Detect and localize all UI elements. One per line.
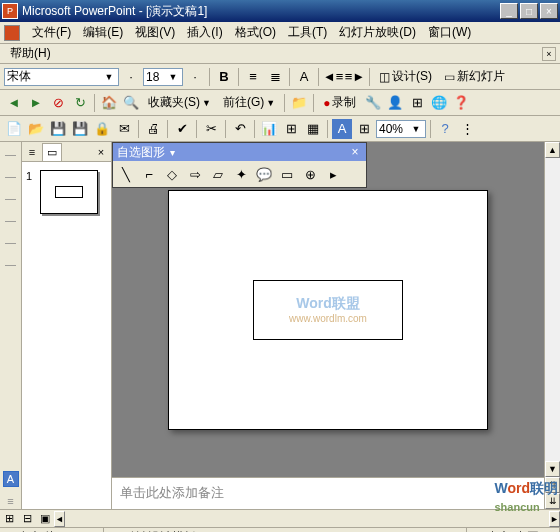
- stop-button[interactable]: ⊘: [48, 93, 68, 113]
- menu-window[interactable]: 窗口(W): [422, 22, 477, 43]
- font-size-down[interactable]: ·: [121, 67, 141, 87]
- folder-button[interactable]: 📁: [289, 93, 309, 113]
- forward-button[interactable]: ►: [26, 93, 46, 113]
- tool-button-5[interactable]: ❓: [451, 93, 471, 113]
- autoshapes-titlebar[interactable]: 自选图形 ▾ ×: [113, 143, 366, 161]
- vtool-3[interactable]: —: [3, 190, 19, 206]
- vtool-expand[interactable]: ≡: [3, 493, 19, 509]
- slideshow-view-button[interactable]: ▣: [36, 511, 54, 527]
- table-button[interactable]: ⊞: [281, 119, 301, 139]
- autoshapes-menu-button[interactable]: ▸: [322, 163, 344, 185]
- menu-edit[interactable]: 编辑(E): [77, 22, 129, 43]
- outline-tab[interactable]: ≡: [22, 143, 42, 161]
- app-menu-icon[interactable]: [4, 25, 20, 41]
- chart-button[interactable]: 📊: [259, 119, 279, 139]
- increase-font-button[interactable]: A: [294, 67, 314, 87]
- menu-slideshow[interactable]: 幻灯片放映(D): [333, 22, 422, 43]
- font-combo[interactable]: 宋体 ▼: [4, 68, 119, 86]
- rectangle-shape[interactable]: Word联盟 www.wordlm.com: [253, 280, 403, 340]
- new-slide-button[interactable]: ▭ 新幻灯片: [439, 65, 510, 88]
- menu-format[interactable]: 格式(O): [229, 22, 282, 43]
- slide-canvas[interactable]: 自选图形 ▾ × ╲ ⌐ ◇ ⇨ ▱ ✦ 💬 ▭ ⊕ ▸: [112, 142, 544, 477]
- horizontal-scrollbar[interactable]: ◄ ►: [54, 511, 560, 527]
- open-button[interactable]: 📂: [26, 119, 46, 139]
- pin-icon[interactable]: ▾: [165, 147, 179, 158]
- close-panel-button[interactable]: ×: [91, 143, 111, 161]
- color-button[interactable]: A: [332, 119, 352, 139]
- favorites-button[interactable]: 收藏夹(S) ▼: [143, 91, 216, 114]
- save-as-button[interactable]: 💾: [70, 119, 90, 139]
- toolbar-options[interactable]: ⋮: [457, 119, 477, 139]
- scroll-up-button[interactable]: ▲: [545, 142, 560, 158]
- more-shapes-button[interactable]: ⊕: [299, 163, 321, 185]
- increase-indent-button[interactable]: ≡►: [345, 67, 365, 87]
- numbering-button[interactable]: ≣: [265, 67, 285, 87]
- cut-button[interactable]: ✂: [201, 119, 221, 139]
- flowchart-button[interactable]: ▱: [207, 163, 229, 185]
- menu-insert[interactable]: 插入(I): [181, 22, 228, 43]
- mdi-close[interactable]: ×: [542, 47, 556, 61]
- goto-button[interactable]: 前往(G) ▼: [218, 91, 280, 114]
- basic-shapes-button[interactable]: ◇: [161, 163, 183, 185]
- slide[interactable]: Word联盟 www.wordlm.com: [168, 190, 488, 430]
- insert-table-button[interactable]: ▦: [303, 119, 323, 139]
- dropdown-icon[interactable]: ▼: [166, 72, 180, 82]
- save-button[interactable]: 💾: [48, 119, 68, 139]
- dropdown-icon[interactable]: ▼: [102, 72, 116, 82]
- scroll-track[interactable]: [545, 158, 560, 461]
- sorter-view-button[interactable]: ⊟: [18, 511, 36, 527]
- slide-thumbnail[interactable]: [40, 170, 98, 214]
- menu-view[interactable]: 视图(V): [129, 22, 181, 43]
- callouts-button[interactable]: 💬: [253, 163, 275, 185]
- spelling-button[interactable]: ✔: [172, 119, 192, 139]
- connectors-button[interactable]: ⌐: [138, 163, 160, 185]
- design-button[interactable]: ◫ 设计(S): [374, 65, 437, 88]
- undo-button[interactable]: ↶: [230, 119, 250, 139]
- menu-tools[interactable]: 工具(T): [282, 22, 333, 43]
- email-button[interactable]: ✉: [114, 119, 134, 139]
- tool-button-2[interactable]: 👤: [385, 93, 405, 113]
- dropdown-icon[interactable]: ▼: [409, 124, 423, 134]
- search-web-button[interactable]: 🔍: [121, 93, 141, 113]
- back-button[interactable]: ◄: [4, 93, 24, 113]
- lines-button[interactable]: ╲: [115, 163, 137, 185]
- font-size-combo[interactable]: 18 ▼: [143, 68, 183, 86]
- vtool-6[interactable]: —: [3, 256, 19, 272]
- grid-button[interactable]: ⊞: [354, 119, 374, 139]
- bullets-button[interactable]: ≡: [243, 67, 263, 87]
- new-button[interactable]: 📄: [4, 119, 24, 139]
- stars-button[interactable]: ✦: [230, 163, 252, 185]
- tool-button-4[interactable]: 🌐: [429, 93, 449, 113]
- help-button[interactable]: ?: [435, 119, 455, 139]
- refresh-button[interactable]: ↻: [70, 93, 90, 113]
- vtool-5[interactable]: —: [3, 234, 19, 250]
- menu-help[interactable]: 帮助(H): [4, 43, 57, 64]
- close-button[interactable]: ×: [540, 3, 558, 19]
- menu-file[interactable]: 文件(F): [26, 22, 77, 43]
- record-button[interactable]: ● 录制: [318, 91, 361, 114]
- zoom-combo[interactable]: 40% ▼: [376, 120, 426, 138]
- vertical-scrollbar[interactable]: ▲ ▼ ⇈ ⇊: [544, 142, 560, 509]
- slides-tab[interactable]: ▭: [42, 143, 62, 161]
- maximize-button[interactable]: □: [520, 3, 538, 19]
- permission-button[interactable]: 🔒: [92, 119, 112, 139]
- bold-button[interactable]: B: [214, 67, 234, 87]
- decrease-indent-button[interactable]: ◄≡: [323, 67, 343, 87]
- vtool-color[interactable]: A: [3, 471, 19, 487]
- tool-button-1[interactable]: 🔧: [363, 93, 383, 113]
- action-buttons-button[interactable]: ▭: [276, 163, 298, 185]
- thumbnail-item[interactable]: 1: [26, 170, 107, 214]
- notes-pane[interactable]: 单击此处添加备注: [112, 477, 544, 509]
- close-icon[interactable]: ×: [348, 145, 362, 159]
- scroll-left-button[interactable]: ◄: [54, 511, 65, 527]
- normal-view-button[interactable]: ⊞: [0, 511, 18, 527]
- scroll-down-button[interactable]: ▼: [545, 461, 560, 477]
- minimize-button[interactable]: _: [500, 3, 518, 19]
- tool-button-3[interactable]: ⊞: [407, 93, 427, 113]
- vtool-4[interactable]: —: [3, 212, 19, 228]
- vtool-2[interactable]: —: [3, 168, 19, 184]
- font-size-up[interactable]: ·: [185, 67, 205, 87]
- block-arrows-button[interactable]: ⇨: [184, 163, 206, 185]
- print-button[interactable]: 🖨: [143, 119, 163, 139]
- vtool-1[interactable]: —: [3, 146, 19, 162]
